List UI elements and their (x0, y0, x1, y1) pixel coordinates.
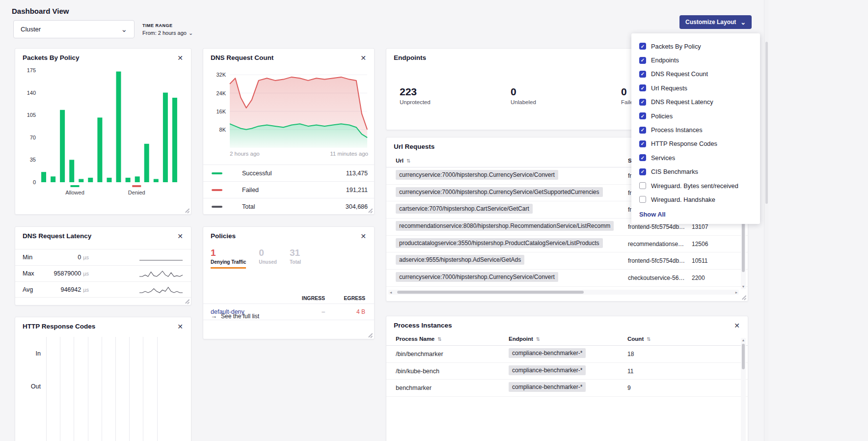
checkbox-icon[interactable]: ✓ (639, 168, 646, 175)
endpoint-pill: compliance-benchmarker-* (509, 382, 586, 392)
layout-menu-item-url-requests[interactable]: ✓Url Requests (631, 81, 760, 95)
show-all-link[interactable]: Show All (631, 207, 760, 219)
customize-layout-label: Customize Layout (685, 19, 736, 26)
resize-handle-icon[interactable] (368, 332, 373, 337)
scroll-right-icon[interactable]: ► (734, 291, 739, 294)
url-cell: cartservice:7070/hipstershop.CartService… (396, 204, 628, 216)
checkbox-icon[interactable]: ✓ (639, 71, 646, 78)
layout-menu-item-label: Wireguard. Handshake (651, 196, 715, 203)
vertical-scrollbar[interactable]: ▲ (741, 338, 746, 441)
checkbox-icon[interactable]: ✓ (639, 154, 646, 161)
scrollbar-thumb[interactable] (397, 291, 584, 294)
resize-handle-icon[interactable] (368, 208, 373, 213)
url-pill: currencyservice:7000/hipstershop.Currenc… (396, 187, 603, 197)
latency-value: 946942µs (47, 286, 89, 293)
process-instance-row[interactable]: /bin/kube-benchcompliance-benchmarker-*1… (386, 363, 748, 380)
scroll-down-icon[interactable]: ▼ (742, 284, 745, 289)
endpoint-cell: compliance-benchmarker-* (509, 382, 627, 394)
svg-text:16K: 16K (216, 109, 226, 114)
process-name-cell: /bin/benchmarker (396, 351, 509, 358)
process-instance-row[interactable]: /bin/benchmarkercompliance-benchmarker-*… (386, 346, 748, 363)
card-packets-by-policy: Packets By Policy ✕ 03570105140175Allowe… (15, 48, 191, 215)
close-icon[interactable]: ✕ (176, 54, 184, 62)
layout-menu-item-wireguard-bytes-sent-received[interactable]: Wireguard. Bytes sent/received (631, 179, 760, 193)
time-range-value[interactable]: From: 2 hours ago ⌄ (142, 30, 193, 36)
checkbox-icon[interactable]: ✓ (639, 140, 646, 147)
service-cell: frontend-5fc5754db… (628, 257, 692, 264)
tab-label: Unused (259, 259, 277, 265)
url-pill: recommendationservice:8080/hipstershop.R… (396, 221, 614, 231)
checkbox-icon[interactable]: ✓ (639, 112, 646, 119)
close-icon[interactable]: ✕ (176, 232, 184, 240)
scroll-up-icon[interactable]: ▲ (742, 338, 745, 343)
close-icon[interactable]: ✕ (176, 323, 184, 331)
sort-icon: ⇅ (536, 336, 540, 342)
close-icon[interactable]: ✕ (733, 322, 741, 330)
see-full-list-link[interactable]: → See the full list (211, 312, 259, 320)
layout-menu-item-http-response-codes[interactable]: ✓HTTP Response Codes (631, 137, 760, 151)
layout-menu-item-process-instances[interactable]: ✓Process Instances (631, 123, 760, 137)
layout-menu-item-label: DNS Request Latency (651, 98, 713, 106)
layout-menu-item-label: Policies (651, 112, 673, 120)
checkbox-icon[interactable]: ✓ (639, 99, 646, 106)
card-title: Policies (211, 232, 236, 240)
url-request-row[interactable]: productcatalogservice:3550/hipstershop.P… (386, 236, 748, 253)
layout-menu-item-services[interactable]: ✓Services (631, 151, 760, 165)
scrollbar-thumb[interactable] (765, 42, 768, 204)
column-header-endpoint[interactable]: Endpoint ⇅ (509, 336, 627, 342)
policies-tab-unused[interactable]: 0Unused (259, 248, 277, 269)
column-header-url[interactable]: Url ⇅ (396, 158, 628, 164)
resize-handle-icon[interactable] (185, 208, 190, 213)
checkbox-icon[interactable]: ✓ (639, 43, 646, 50)
card-title: Endpoints (394, 54, 426, 61)
layout-menu-item-packets-by-policy[interactable]: ✓Packets By Policy (631, 39, 760, 53)
column-header-process-name[interactable]: Process Name ⇅ (396, 336, 509, 342)
layout-menu-item-cis-benchmarks[interactable]: ✓CIS Benchmarks (631, 165, 760, 179)
count-cell: 18 (627, 351, 736, 358)
checkbox-icon[interactable]: ✓ (639, 84, 646, 91)
latency-sparkline-min (138, 252, 184, 262)
process-name-cell: /bin/kube-bench (396, 368, 509, 375)
page-scrollbar[interactable] (764, 0, 768, 441)
checkbox-icon[interactable]: ✓ (639, 127, 646, 134)
customize-layout-button[interactable]: Customize Layout ⌄ (679, 15, 752, 29)
scroll-left-icon[interactable]: ◄ (388, 291, 393, 294)
layout-menu-item-label: HTTP Response Codes (651, 140, 717, 147)
close-icon[interactable]: ✕ (359, 232, 367, 240)
url-request-row[interactable]: currencyservice:7000/hipstershop.Currenc… (386, 270, 748, 287)
legend-label: Successful (242, 170, 346, 177)
dns-latency-table: Min 0µs Max 95879000µs Avg 946942µs (15, 249, 191, 298)
column-header-egress[interactable]: EGRESS (325, 295, 365, 301)
layout-menu-item-endpoints[interactable]: ✓Endpoints (631, 53, 760, 67)
checkbox-icon[interactable] (639, 182, 646, 189)
url-pill: currencyservice:7000/hipstershop.Currenc… (396, 170, 558, 180)
checkbox-icon[interactable]: ✓ (639, 57, 646, 64)
scrollbar-thumb[interactable] (742, 344, 745, 369)
layout-menu-item-policies[interactable]: ✓Policies (631, 109, 760, 123)
policies-tab-denying-traffic[interactable]: 1Denying Traffic (211, 248, 246, 269)
resize-handle-icon[interactable] (185, 299, 190, 303)
process-instance-row[interactable]: benchmarkercompliance-benchmarker-*9 (386, 380, 748, 397)
layout-menu-item-label: Services (651, 154, 675, 162)
count-cell: 2200 (692, 275, 736, 281)
checkbox-icon[interactable] (639, 196, 646, 203)
latency-value: 0µs (47, 254, 89, 261)
resize-handle-icon[interactable] (741, 295, 746, 300)
customize-layout-menu: ✓Packets By Policy✓Endpoints✓DNS Request… (631, 33, 760, 224)
svg-text:24K: 24K (216, 90, 226, 96)
policies-tab-total[interactable]: 31Total (290, 248, 301, 269)
url-cell: currencyservice:7000/hipstershop.Currenc… (396, 272, 628, 284)
layout-menu-item-wireguard-handshake[interactable]: Wireguard. Handshake (631, 193, 760, 206)
view-scope-select[interactable]: Cluster ⌄ (13, 20, 135, 38)
close-icon[interactable]: ✕ (359, 54, 367, 62)
horizontal-scrollbar[interactable]: ◄ ► (388, 290, 739, 295)
legend-row-total: Total 304,686 (203, 198, 374, 215)
layout-menu-item-dns-request-count[interactable]: ✓DNS Request Count (631, 67, 760, 81)
column-header-count[interactable]: Count ⇅ (627, 336, 736, 342)
url-request-row[interactable]: adservice:9555/hipstershop.AdService/Get… (386, 252, 748, 270)
url-cell: productcatalogservice:3550/hipstershop.P… (396, 238, 628, 250)
http-row-label-in: In (25, 350, 41, 357)
column-header-ingress[interactable]: INGRESS (283, 295, 325, 301)
layout-menu-item-dns-request-latency[interactable]: ✓DNS Request Latency (631, 95, 760, 109)
latency-sparkline-max (138, 269, 184, 278)
